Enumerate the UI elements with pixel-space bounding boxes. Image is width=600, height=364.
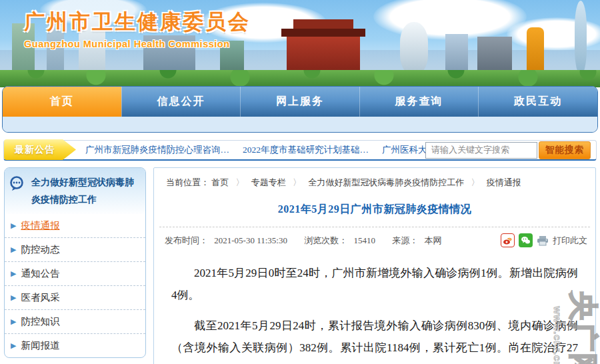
breadcrumb-home[interactable]: 首页 xyxy=(211,177,229,187)
announcement-links: 广州市新冠肺炎疫情防控心理咨询… 2022年度市基础研究计划基础… 广州医科大学… xyxy=(76,144,425,156)
article-meta-right: 打印此文 xyxy=(501,233,587,247)
sidebar-item-notices[interactable]: ▶ 通知公告 xyxy=(5,261,145,285)
views-value: 15410 xyxy=(353,235,375,245)
sidebar-header-label: 全力做好新型冠状病毒肺炎疫情防控工作 xyxy=(31,174,140,209)
arrow-right-icon: ▶ xyxy=(11,318,16,325)
nav-tab-service-query[interactable]: 服务查询 xyxy=(359,87,479,117)
nav-tab-bar: 首页 信息公开 网上服务 服务查询 政民互动 xyxy=(3,87,597,117)
article-title: 2021年5月29日广州市新冠肺炎疫情情况 xyxy=(154,203,595,217)
banner-canton-tower xyxy=(575,1,587,75)
site-title-en: Guangzhou Municipal Health Commission xyxy=(24,39,251,49)
arrow-right-icon: ▶ xyxy=(11,222,16,229)
wechat-share-icon[interactable] xyxy=(519,233,533,247)
announcement-link[interactable]: 2022年度市基础研究计划基础… xyxy=(243,144,369,156)
article-paragraph: 2021年5月29日0时至24时，广州市新增境外输入确诊病例1例。新增出院病例4… xyxy=(171,262,578,306)
banner-trees xyxy=(0,70,600,87)
announcement-link[interactable]: 广州市新冠肺炎疫情防控心理咨询… xyxy=(85,144,229,156)
arrow-right-icon: ▶ xyxy=(11,342,16,349)
arrow-right-icon: ▶ xyxy=(11,270,16,277)
nav-sub-strip xyxy=(3,117,597,132)
sidebar-item-control-updates[interactable]: ▶ 防控动态 xyxy=(5,237,145,261)
sidebar-item-news-reports[interactable]: ▶ 新闻报道 xyxy=(5,333,145,357)
banner-building xyxy=(400,22,428,75)
site-banner: 广州市卫生健康委员会 Guangzhou Municipal Health Co… xyxy=(0,0,600,87)
breadcrumb-covid-work[interactable]: 全力做好新型冠状病毒肺炎疫情防控工作 xyxy=(308,177,464,187)
speech-bubble-icon xyxy=(9,176,26,192)
sidebar: 全力做好新型冠状病毒肺炎疫情防控工作 ▶ 疫情通报 ▶ 防控动态 ▶ 通知公告 … xyxy=(4,167,146,358)
publish-time-value: 2021-05-30 11:35:30 xyxy=(214,235,287,245)
main-nav: 首页 信息公开 网上服务 服务查询 政民互动 xyxy=(2,86,598,133)
sidebar-item-epidemic-report[interactable]: ▶ 疫情通报 xyxy=(5,214,145,237)
breadcrumb-separator: 〉 xyxy=(236,177,245,187)
site-logo[interactable]: 广州市卫生健康委员会 Guangzhou Municipal Health Co… xyxy=(24,8,251,49)
nav-tab-home[interactable]: 首页 xyxy=(3,87,121,117)
site-search: 智能搜索 xyxy=(425,141,591,159)
source-value: 本网 xyxy=(424,235,441,245)
announcement-bar: 最新公告 广州市新冠肺炎疫情防控心理咨询… 2022年度市基础研究计划基础… 广… xyxy=(3,140,597,161)
weibo-share-icon[interactable] xyxy=(501,233,515,247)
breadcrumb: 当前位置： 首页 〉 专题专栏 〉 全力做好新型冠状病毒肺炎疫情防控工作 〉 疫… xyxy=(154,168,595,191)
sidebar-item-doctor-stories[interactable]: ▶ 医者风采 xyxy=(5,285,145,309)
search-input[interactable] xyxy=(425,142,537,159)
breadcrumb-prefix: 当前位置： xyxy=(166,177,209,187)
banner-building xyxy=(445,34,468,75)
source-label: 来源： xyxy=(392,235,418,245)
article-paragraph: 截至2021年5月29日24时，累计报告境外输入确诊病例830例、境内确诊病例（… xyxy=(171,315,578,364)
print-icon[interactable] xyxy=(537,235,549,246)
views-label: 浏览次数： xyxy=(304,235,347,245)
breadcrumb-separator: 〉 xyxy=(471,177,480,187)
content-area: 全力做好新型冠状病毒肺炎疫情防控工作 ▶ 疫情通报 ▶ 防控动态 ▶ 通知公告 … xyxy=(0,161,600,364)
print-article-link[interactable]: 打印此文 xyxy=(553,235,587,247)
arrow-right-icon: ▶ xyxy=(11,246,16,253)
breadcrumb-separator: 〉 xyxy=(293,177,301,187)
sidebar-header[interactable]: 全力做好新型冠状病毒肺炎疫情防控工作 xyxy=(5,168,145,214)
article-meta: 发布时间： 2021-05-30 11:35:30 浏览次数： 15410 来源… xyxy=(154,227,595,251)
smart-search-button[interactable]: 智能搜索 xyxy=(539,141,591,159)
announcement-link[interactable]: 广州医科大学附属第三医院（黄埔… xyxy=(382,144,425,156)
arrow-right-icon: ▶ xyxy=(11,294,16,301)
article-panel: 当前位置： 首页 〉 专题专栏 〉 全力做好新型冠状病毒肺炎疫情防控工作 〉 疫… xyxy=(153,167,596,364)
announcement-label: 最新公告 xyxy=(4,139,76,160)
sidebar-item-prevention-knowledge[interactable]: ▶ 防控知识 xyxy=(5,309,145,333)
breadcrumb-special-topics[interactable]: 专题专栏 xyxy=(251,177,286,187)
publish-time-label: 发布时间： xyxy=(165,235,208,245)
banner-orange-tower xyxy=(527,27,544,75)
nav-tab-info-disclosure[interactable]: 信息公开 xyxy=(121,87,241,117)
article-meta-left: 发布时间： 2021-05-30 11:35:30 浏览次数： 15410 来源… xyxy=(165,235,445,247)
nav-tab-online-services[interactable]: 网上服务 xyxy=(240,87,359,117)
nav-tab-public-interaction[interactable]: 政民互动 xyxy=(478,87,597,117)
article-body: 2021年5月29日0时至24时，广州市新增境外输入确诊病例1例。新增出院病例4… xyxy=(154,251,595,364)
site-title-cn: 广州市卫生健康委员会 xyxy=(24,8,251,36)
sidebar-menu: ▶ 疫情通报 ▶ 防控动态 ▶ 通知公告 ▶ 医者风采 ▶ 防控知识 ▶ 新闻报… xyxy=(5,214,145,357)
breadcrumb-epidemic-report[interactable]: 疫情通报 xyxy=(487,177,521,187)
